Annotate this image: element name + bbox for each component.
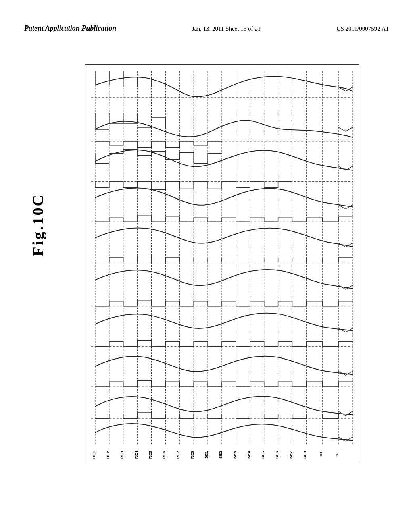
svg-text:SE2: SE2	[218, 451, 223, 459]
patent-number: US 2011/0007592 A1	[336, 25, 389, 32]
svg-text:RE6: RE6	[162, 451, 166, 459]
svg-text:SE1: SE1	[204, 451, 209, 459]
svg-text:SE7: SE7	[288, 451, 293, 459]
svg-text:RE1: RE1	[92, 451, 96, 459]
svg-text:RE4: RE4	[134, 451, 138, 459]
sheet-info: Jan. 13, 2011 Sheet 13 of 21	[192, 25, 261, 32]
svg-text:RE8: RE8	[190, 451, 194, 459]
svg-text:SE8: SE8	[302, 451, 307, 459]
svg-text:RE3: RE3	[120, 451, 124, 459]
page-header: Patent Application Publication Jan. 13, …	[0, 24, 413, 33]
publication-title: Patent Application Publication	[24, 24, 116, 33]
svg-text:CC: CC	[319, 452, 323, 457]
figure-label: Fig.10C	[29, 193, 47, 256]
svg-text:RE7: RE7	[176, 451, 180, 459]
svg-text:SE4: SE4	[246, 451, 251, 459]
svg-text:SE5: SE5	[261, 451, 265, 459]
svg-text:SE3: SE3	[232, 451, 237, 459]
page: Patent Application Publication Jan. 13, …	[0, 0, 413, 532]
svg-text:SE6: SE6	[275, 451, 279, 459]
diagram-svg: RE1 RE2 RE3 RE4 RE5 RE6 RE7 RE8 SE1 SE2 …	[85, 65, 359, 463]
svg-text:RE2: RE2	[106, 451, 110, 459]
svg-text:CE: CE	[335, 452, 339, 457]
diagram-container: RE1 RE2 RE3 RE4 RE5 RE6 RE7 RE8 SE1 SE2 …	[85, 64, 359, 463]
svg-text:RE5: RE5	[148, 451, 152, 459]
